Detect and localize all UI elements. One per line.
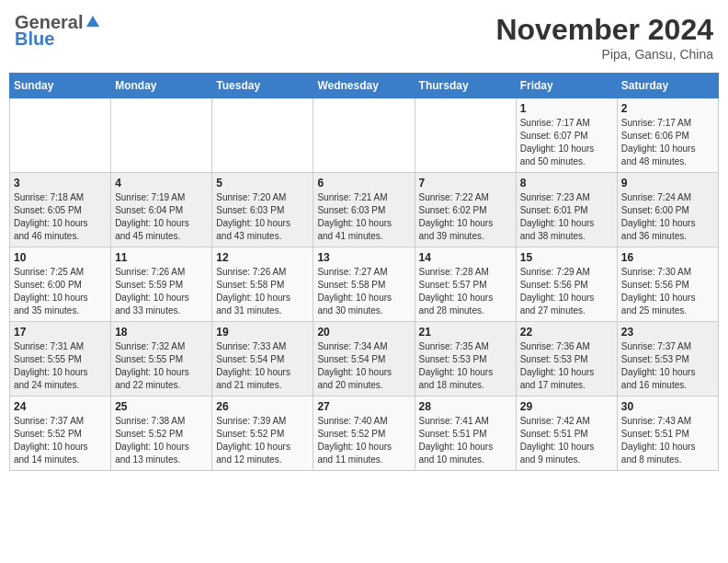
- logo: General Blue: [15, 13, 101, 48]
- calendar-cell: 30Sunrise: 7:43 AM Sunset: 5:51 PM Dayli…: [617, 396, 718, 471]
- day-number: 8: [520, 177, 613, 190]
- day-info: Sunrise: 7:42 AM Sunset: 5:51 PM Dayligh…: [520, 415, 613, 466]
- day-info: Sunrise: 7:23 AM Sunset: 6:01 PM Dayligh…: [520, 191, 613, 243]
- weekday-header: Wednesday: [313, 74, 415, 98]
- day-number: 10: [14, 251, 107, 264]
- calendar-cell: 6Sunrise: 7:21 AM Sunset: 6:03 PM Daylig…: [313, 173, 415, 247]
- weekday-header: Sunday: [10, 74, 111, 98]
- day-number: 18: [115, 326, 208, 339]
- day-info: Sunrise: 7:28 AM Sunset: 5:57 PM Dayligh…: [419, 266, 512, 317]
- day-info: Sunrise: 7:25 AM Sunset: 6:00 PM Dayligh…: [14, 266, 107, 317]
- calendar-cell: 27Sunrise: 7:40 AM Sunset: 5:52 PM Dayli…: [313, 396, 415, 471]
- day-info: Sunrise: 7:21 AM Sunset: 6:03 PM Dayligh…: [317, 191, 410, 243]
- day-number: 24: [14, 400, 107, 413]
- day-number: 16: [621, 251, 714, 264]
- calendar-cell: 17Sunrise: 7:31 AM Sunset: 5:55 PM Dayli…: [10, 322, 111, 396]
- day-number: 12: [216, 251, 309, 264]
- location-text: Pipa, Gansu, China: [495, 47, 713, 62]
- day-number: 17: [14, 326, 107, 339]
- day-info: Sunrise: 7:30 AM Sunset: 5:56 PM Dayligh…: [621, 266, 714, 317]
- day-number: 6: [317, 177, 410, 190]
- calendar-cell: 9Sunrise: 7:24 AM Sunset: 6:00 PM Daylig…: [617, 173, 718, 247]
- day-info: Sunrise: 7:19 AM Sunset: 6:04 PM Dayligh…: [115, 191, 208, 243]
- calendar-cell: 22Sunrise: 7:36 AM Sunset: 5:53 PM Dayli…: [516, 322, 617, 396]
- day-info: Sunrise: 7:27 AM Sunset: 5:58 PM Dayligh…: [317, 266, 410, 317]
- day-number: 27: [317, 400, 410, 413]
- day-info: Sunrise: 7:37 AM Sunset: 5:53 PM Dayligh…: [621, 340, 714, 392]
- calendar-cell: 8Sunrise: 7:23 AM Sunset: 6:01 PM Daylig…: [516, 173, 617, 247]
- day-number: 20: [317, 326, 410, 339]
- day-number: 26: [216, 400, 309, 413]
- svg-marker-0: [86, 16, 99, 27]
- day-info: Sunrise: 7:38 AM Sunset: 5:52 PM Dayligh…: [115, 415, 208, 466]
- title-block: November 2024 Pipa, Gansu, China: [495, 13, 713, 62]
- day-info: Sunrise: 7:22 AM Sunset: 6:02 PM Dayligh…: [419, 191, 512, 243]
- day-info: Sunrise: 7:36 AM Sunset: 5:53 PM Dayligh…: [520, 340, 613, 392]
- calendar-cell: [212, 98, 313, 173]
- day-info: Sunrise: 7:20 AM Sunset: 6:03 PM Dayligh…: [216, 191, 309, 243]
- calendar-cell: 10Sunrise: 7:25 AM Sunset: 6:00 PM Dayli…: [10, 247, 111, 322]
- calendar-cell: 5Sunrise: 7:20 AM Sunset: 6:03 PM Daylig…: [212, 173, 313, 247]
- calendar-week-row: 1Sunrise: 7:17 AM Sunset: 6:07 PM Daylig…: [10, 98, 719, 173]
- day-number: 29: [520, 400, 613, 413]
- day-number: 13: [317, 251, 410, 264]
- day-info: Sunrise: 7:39 AM Sunset: 5:52 PM Dayligh…: [216, 415, 309, 466]
- calendar-cell: 4Sunrise: 7:19 AM Sunset: 6:04 PM Daylig…: [111, 173, 212, 247]
- calendar-cell: 24Sunrise: 7:37 AM Sunset: 5:52 PM Dayli…: [10, 396, 111, 471]
- calendar-cell: 16Sunrise: 7:30 AM Sunset: 5:56 PM Dayli…: [617, 247, 718, 322]
- day-info: Sunrise: 7:40 AM Sunset: 5:52 PM Dayligh…: [317, 415, 410, 466]
- weekday-header: Saturday: [617, 74, 718, 98]
- calendar-cell: [10, 98, 111, 173]
- calendar-cell: 7Sunrise: 7:22 AM Sunset: 6:02 PM Daylig…: [415, 173, 516, 247]
- day-number: 28: [419, 400, 512, 413]
- calendar-week-row: 17Sunrise: 7:31 AM Sunset: 5:55 PM Dayli…: [10, 322, 719, 396]
- calendar-cell: 15Sunrise: 7:29 AM Sunset: 5:56 PM Dayli…: [516, 247, 617, 322]
- day-number: 3: [14, 177, 107, 190]
- calendar-cell: 29Sunrise: 7:42 AM Sunset: 5:51 PM Dayli…: [516, 396, 617, 471]
- weekday-header: Friday: [516, 74, 617, 98]
- logo-blue-text: Blue: [15, 29, 54, 48]
- calendar-cell: [313, 98, 415, 173]
- day-number: 30: [621, 400, 714, 413]
- month-title: November 2024: [495, 13, 713, 47]
- calendar-cell: 11Sunrise: 7:26 AM Sunset: 5:59 PM Dayli…: [111, 247, 212, 322]
- logo-icon: [85, 14, 101, 30]
- calendar-cell: 14Sunrise: 7:28 AM Sunset: 5:57 PM Dayli…: [415, 247, 516, 322]
- day-info: Sunrise: 7:26 AM Sunset: 5:59 PM Dayligh…: [115, 266, 208, 317]
- calendar-table: SundayMondayTuesdayWednesdayThursdayFrid…: [9, 73, 719, 471]
- calendar-cell: 25Sunrise: 7:38 AM Sunset: 5:52 PM Dayli…: [111, 396, 212, 471]
- calendar-cell: 28Sunrise: 7:41 AM Sunset: 5:51 PM Dayli…: [415, 396, 516, 471]
- day-info: Sunrise: 7:29 AM Sunset: 5:56 PM Dayligh…: [520, 266, 613, 317]
- day-info: Sunrise: 7:18 AM Sunset: 6:05 PM Dayligh…: [14, 191, 107, 243]
- day-info: Sunrise: 7:24 AM Sunset: 6:00 PM Dayligh…: [621, 191, 714, 243]
- day-info: Sunrise: 7:37 AM Sunset: 5:52 PM Dayligh…: [14, 415, 107, 466]
- day-number: 22: [520, 326, 613, 339]
- day-number: 4: [115, 177, 208, 190]
- day-number: 25: [115, 400, 208, 413]
- day-info: Sunrise: 7:35 AM Sunset: 5:53 PM Dayligh…: [419, 340, 512, 392]
- calendar-cell: 23Sunrise: 7:37 AM Sunset: 5:53 PM Dayli…: [617, 322, 718, 396]
- day-info: Sunrise: 7:17 AM Sunset: 6:07 PM Dayligh…: [520, 117, 613, 168]
- weekday-header: Tuesday: [212, 74, 313, 98]
- calendar-cell: [111, 98, 212, 173]
- day-info: Sunrise: 7:17 AM Sunset: 6:06 PM Dayligh…: [621, 117, 714, 168]
- calendar-week-row: 10Sunrise: 7:25 AM Sunset: 6:00 PM Dayli…: [10, 247, 719, 322]
- calendar-cell: 26Sunrise: 7:39 AM Sunset: 5:52 PM Dayli…: [212, 396, 313, 471]
- calendar-cell: 1Sunrise: 7:17 AM Sunset: 6:07 PM Daylig…: [516, 98, 617, 173]
- calendar-cell: 20Sunrise: 7:34 AM Sunset: 5:54 PM Dayli…: [313, 322, 415, 396]
- day-info: Sunrise: 7:41 AM Sunset: 5:51 PM Dayligh…: [419, 415, 512, 466]
- day-info: Sunrise: 7:26 AM Sunset: 5:58 PM Dayligh…: [216, 266, 309, 317]
- day-info: Sunrise: 7:43 AM Sunset: 5:51 PM Dayligh…: [621, 415, 714, 466]
- day-info: Sunrise: 7:34 AM Sunset: 5:54 PM Dayligh…: [317, 340, 410, 392]
- calendar-header-row: SundayMondayTuesdayWednesdayThursdayFrid…: [10, 74, 719, 98]
- day-info: Sunrise: 7:31 AM Sunset: 5:55 PM Dayligh…: [14, 340, 107, 392]
- day-number: 14: [419, 251, 512, 264]
- calendar-week-row: 3Sunrise: 7:18 AM Sunset: 6:05 PM Daylig…: [10, 173, 719, 247]
- day-number: 9: [621, 177, 714, 190]
- day-number: 21: [419, 326, 512, 339]
- day-info: Sunrise: 7:33 AM Sunset: 5:54 PM Dayligh…: [216, 340, 309, 392]
- day-number: 23: [621, 326, 714, 339]
- calendar-cell: 18Sunrise: 7:32 AM Sunset: 5:55 PM Dayli…: [111, 322, 212, 396]
- calendar-cell: 13Sunrise: 7:27 AM Sunset: 5:58 PM Dayli…: [313, 247, 415, 322]
- calendar-cell: 2Sunrise: 7:17 AM Sunset: 6:06 PM Daylig…: [617, 98, 718, 173]
